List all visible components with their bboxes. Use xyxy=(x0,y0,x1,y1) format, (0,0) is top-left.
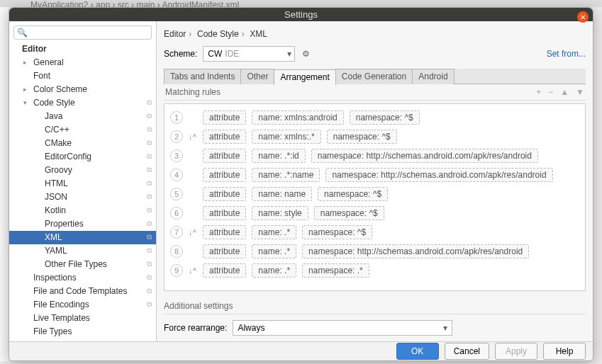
tree-item-color-scheme[interactable]: ▸Color Scheme xyxy=(9,83,156,96)
tree-item-cmake[interactable]: CMake⧉ xyxy=(9,137,156,150)
scope-badge-icon: ⧉ xyxy=(147,220,152,228)
rule-chip[interactable]: namespace: http://schemas.android.com/ap… xyxy=(302,244,529,258)
tab-arrangement[interactable]: Arrangement xyxy=(274,69,335,85)
move-up-icon[interactable]: ▲ xyxy=(560,87,569,97)
rule-chip[interactable]: attribute xyxy=(203,225,246,239)
add-rule-icon[interactable]: + xyxy=(536,87,541,97)
scheme-label: Scheme: xyxy=(164,49,197,59)
tree-item-json[interactable]: JSON⧉ xyxy=(9,190,156,204)
tree-item-code-style[interactable]: ▾Code Style⧉ xyxy=(9,96,156,110)
tree-item-html[interactable]: HTML⧉ xyxy=(9,177,156,190)
settings-tree[interactable]: Editor▸GeneralFont▸Color Scheme▾Code Sty… xyxy=(9,42,156,341)
tree-item-kotlin[interactable]: Kotlin⧉ xyxy=(9,204,156,217)
rule-chip[interactable]: namespace: ^$ xyxy=(314,206,384,220)
tree-item-file-types[interactable]: File Types xyxy=(9,325,156,339)
rule-chip[interactable]: name: .* xyxy=(252,263,296,278)
rule-chip[interactable]: attribute xyxy=(203,130,246,144)
rule-row[interactable]: 2↓ᴬattributename: xmlns:.*namespace: ^$ xyxy=(167,127,582,147)
rule-row[interactable]: 5attributename: namenamespace: ^$ xyxy=(167,185,582,204)
rule-row[interactable]: 8attributename: .*namespace: http://sche… xyxy=(167,242,582,261)
rule-chip[interactable]: namespace: http://schemas.android.com/ap… xyxy=(311,149,538,163)
tree-item-label: Color Scheme xyxy=(33,84,87,94)
rule-row[interactable]: 7↓ᴬattributename: .*namespace: ^$ xyxy=(167,223,582,242)
sort-icon: ↓ᴬ xyxy=(189,132,197,142)
apply-button[interactable]: Apply xyxy=(495,343,537,360)
rule-chip[interactable]: attribute xyxy=(203,168,246,182)
tree-item-font[interactable]: Font xyxy=(9,69,156,83)
rule-chip[interactable]: attribute xyxy=(203,206,246,220)
rule-chip[interactable]: name: name xyxy=(252,187,312,201)
tree-item-yaml[interactable]: YAML⧉ xyxy=(9,244,156,258)
tree-item-editorconfig[interactable]: EditorConfig⧉ xyxy=(9,150,156,164)
rule-number: 5 xyxy=(170,188,183,200)
rule-chip[interactable]: attribute xyxy=(203,149,246,163)
tree-item-properties[interactable]: Properties⧉ xyxy=(9,217,156,231)
set-from-link[interactable]: Set from... xyxy=(547,49,586,59)
close-icon[interactable]: ✕ xyxy=(577,11,589,23)
breadcrumb-part: XML xyxy=(250,29,267,39)
tree-item-label: XML xyxy=(45,232,62,242)
rule-chip[interactable]: attribute xyxy=(203,187,246,201)
tab-android[interactable]: Android xyxy=(412,69,454,84)
rule-chip[interactable]: name: .* xyxy=(252,225,296,239)
scope-badge-icon: ⧉ xyxy=(147,152,152,161)
rule-chip[interactable]: namespace: .* xyxy=(302,263,369,278)
rule-chip[interactable]: name: .* xyxy=(252,244,296,258)
tree-item-file-encodings[interactable]: File Encodings⧉ xyxy=(9,298,156,312)
matching-rules-header: Matching rules + − ▲ ▼ xyxy=(164,84,586,101)
rule-chip[interactable]: namespace: ^$ xyxy=(350,110,420,125)
rule-chip[interactable]: name: .*:name xyxy=(252,168,320,182)
remove-rule-icon[interactable]: − xyxy=(548,87,553,97)
breadcrumb-part: Code Style xyxy=(197,29,239,39)
rule-chip[interactable]: attribute xyxy=(203,244,246,258)
rule-chip[interactable]: namespace: http://schemas.android.com/ap… xyxy=(325,168,552,182)
move-down-icon[interactable]: ▼ xyxy=(576,87,584,97)
cancel-button[interactable]: Cancel xyxy=(445,343,489,360)
rule-chip[interactable]: namespace: ^$ xyxy=(327,130,397,144)
tree-item-editor[interactable]: Editor xyxy=(9,42,156,56)
tree-item-c-c-[interactable]: C/C++⧉ xyxy=(9,123,156,137)
tree-item-label: Kotlin xyxy=(45,205,66,215)
rule-row[interactable]: 9↓ᴬattributename: .*namespace: .* xyxy=(167,261,582,280)
rule-chip[interactable]: name: xmlns:.* xyxy=(252,130,320,144)
rule-chip[interactable]: name: .*:id xyxy=(252,149,305,163)
search-input[interactable] xyxy=(30,28,148,38)
rule-row[interactable]: 3attributename: .*:idnamespace: http://s… xyxy=(167,147,582,166)
gear-icon[interactable]: ⚙ xyxy=(302,49,310,59)
tree-item-inspections[interactable]: Inspections⧉ xyxy=(9,271,156,285)
scope-badge-icon: ⧉ xyxy=(147,233,152,241)
tab-tabs-and-indents[interactable]: Tabs and Indents xyxy=(164,69,241,84)
scheme-select[interactable]: CW IDE xyxy=(203,46,295,62)
rule-row[interactable]: 4attributename: .*:namenamespace: http:/… xyxy=(167,166,582,185)
rule-chip[interactable]: namespace: ^$ xyxy=(302,225,372,239)
rule-chip[interactable]: name: xmlns:android xyxy=(252,110,343,125)
tree-item-file-and-code-templates[interactable]: File and Code Templates⧉ xyxy=(9,285,156,298)
rule-row[interactable]: 6attributename: stylenamespace: ^$ xyxy=(167,204,582,223)
rule-row[interactable]: 1attributename: xmlns:androidnamespace: … xyxy=(167,108,582,127)
scheme-row: Scheme: CW IDE ⚙ Set from... xyxy=(164,46,586,62)
background-breadcrumb: MyApplication2 › app › src › main › Andr… xyxy=(0,0,602,7)
help-button[interactable]: Help xyxy=(543,343,586,360)
tree-item-groovy[interactable]: Groovy⧉ xyxy=(9,164,156,177)
rule-number: 6 xyxy=(170,207,183,220)
tree-item-other-file-types[interactable]: Other File Types⧉ xyxy=(9,258,156,271)
rule-chip[interactable]: name: style xyxy=(252,206,308,220)
rule-chip[interactable]: attribute xyxy=(203,263,246,278)
tree-item-label: File and Code Templates xyxy=(33,286,128,296)
rules-list[interactable]: 1attributename: xmlns:androidnamespace: … xyxy=(164,103,586,291)
tab-code-generation[interactable]: Code Generation xyxy=(335,69,413,84)
chevron-icon: ▸ xyxy=(23,59,30,66)
rule-chip[interactable]: namespace: ^$ xyxy=(318,187,388,201)
rule-chip[interactable]: attribute xyxy=(203,110,246,125)
tree-item-java[interactable]: Java⧉ xyxy=(9,110,156,123)
tree-item-label: Font xyxy=(33,71,50,81)
tab-other[interactable]: Other xyxy=(240,69,274,84)
search-input-wrapper[interactable]: 🔍 xyxy=(13,25,152,40)
tree-item-live-templates[interactable]: Live Templates xyxy=(9,312,156,325)
tree-item-general[interactable]: ▸General xyxy=(9,56,156,69)
force-rearrange-select[interactable]: Always xyxy=(233,320,452,336)
tree-item-xml[interactable]: XML⧉ xyxy=(9,231,156,244)
ok-button[interactable]: OK xyxy=(396,343,439,360)
tree-item-label: Editor xyxy=(22,44,47,54)
scope-badge-icon: ⧉ xyxy=(147,179,152,188)
